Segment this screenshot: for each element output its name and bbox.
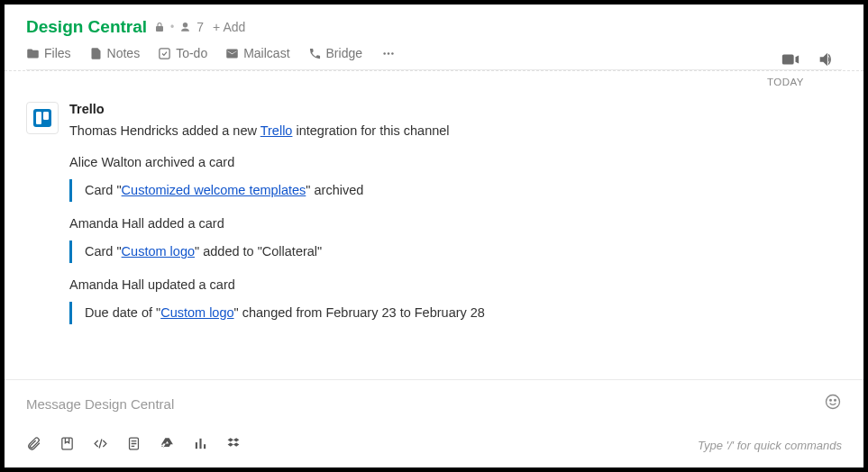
member-count[interactable]: 7 [196,20,204,34]
person-icon [179,22,191,33]
svg-rect-12 [196,442,197,449]
detail-suffix: " changed from February 23 to February 2… [234,305,485,320]
card-link-custom-logo[interactable]: Custom logo [122,244,195,259]
tab-files-label: Files [44,46,71,60]
bookmark-button[interactable] [59,436,75,455]
audio-button[interactable] [817,50,836,73]
svg-rect-10 [62,438,72,449]
channel-title[interactable]: Design Central [26,17,147,37]
paperclip-icon [26,436,41,451]
detail-suffix: " added to "Collateral" [195,244,322,259]
svg-point-2 [388,52,390,55]
svg-point-1 [383,52,386,55]
svg-rect-0 [160,48,169,58]
files-icon [26,47,40,60]
integration-message: Trello Thomas Hendricks added a new Trel… [26,100,842,330]
speaker-icon [817,50,836,69]
svg-point-7 [827,395,840,409]
activity-added: Amanda Hall added a card [69,214,842,233]
lock-icon [154,22,165,32]
drive-button[interactable] [160,436,175,455]
intro-prefix: Thomas Hendricks added a new [69,123,260,138]
date-divider: TODAY [5,70,863,93]
app-name: Trello [69,100,842,119]
code-button[interactable] [93,436,108,455]
composer: Type '/' for quick commands [5,379,863,467]
svg-rect-5 [36,112,41,124]
detail-prefix: Card " [85,244,122,259]
activity-archived: Alice Walton archived a card [69,153,842,172]
tab-mailcast[interactable]: Mailcast [225,46,289,60]
tab-files[interactable]: Files [26,46,71,60]
trello-avatar [26,102,59,134]
trello-link[interactable]: Trello [260,123,293,138]
intro-suffix: integration for this channel [292,123,449,138]
detail-prefix: Due date of " [85,305,160,320]
detail-updated: Due date of "Custom logo" changed from F… [69,302,842,324]
tab-bridge[interactable]: Bridge [308,46,362,60]
separator-dot: • [170,21,174,33]
message-input[interactable] [26,396,679,412]
svg-point-8 [830,400,832,402]
dropbox-icon [226,436,242,451]
add-button[interactable]: + Add [213,20,245,34]
detail-suffix: " archived [306,183,363,197]
card-link-custom-logo-2[interactable]: Custom logo [160,305,233,320]
code-icon [93,436,108,451]
detail-archived: Card "Customized welcome templates" arch… [69,179,842,202]
svg-point-3 [391,52,394,55]
doc-button[interactable] [126,436,142,455]
attach-button[interactable] [26,436,41,455]
chart-icon [193,436,208,451]
detail-prefix: Card " [85,183,122,197]
activity-updated: Amanda Hall updated a card [69,276,842,295]
drive-icon [160,436,175,451]
tabs-row: Files Notes To-do Mailcast Bridge [26,46,842,70]
bridge-icon [308,47,322,60]
slash-hint: Type '/' for quick commands [698,439,842,452]
more-icon [380,47,397,60]
bookmark-icon [59,436,75,451]
video-icon [781,50,800,69]
dropbox-button[interactable] [226,436,242,455]
tab-todo[interactable]: To-do [158,46,207,60]
more-menu[interactable] [380,47,397,60]
svg-rect-14 [204,444,206,449]
todo-icon [158,47,171,60]
trello-icon [32,107,53,129]
tab-mailcast-label: Mailcast [243,46,289,60]
emoji-button[interactable] [824,393,842,414]
message-feed: Trello Thomas Hendricks added a new Trel… [5,93,863,379]
tab-todo-label: To-do [176,46,207,60]
channel-header: Design Central • 7 + Add Files Notes To [5,5,863,70]
video-call-button[interactable] [781,50,800,73]
tab-notes[interactable]: Notes [89,46,141,60]
tab-bridge-label: Bridge [326,46,362,60]
intro-line: Thomas Hendricks added a new Trello inte… [69,122,842,141]
mailcast-icon [225,47,239,60]
card-link-welcome-templates[interactable]: Customized welcome templates [122,183,306,197]
detail-added: Card "Custom logo" added to "Collateral" [69,241,842,263]
svg-rect-13 [199,439,201,449]
smile-icon [824,393,842,411]
svg-point-9 [835,400,836,402]
notes-icon [89,47,103,60]
svg-rect-6 [43,112,49,120]
document-icon [126,436,142,451]
date-label: TODAY [767,77,804,87]
poll-button[interactable] [193,436,208,455]
tab-notes-label: Notes [107,46,141,60]
